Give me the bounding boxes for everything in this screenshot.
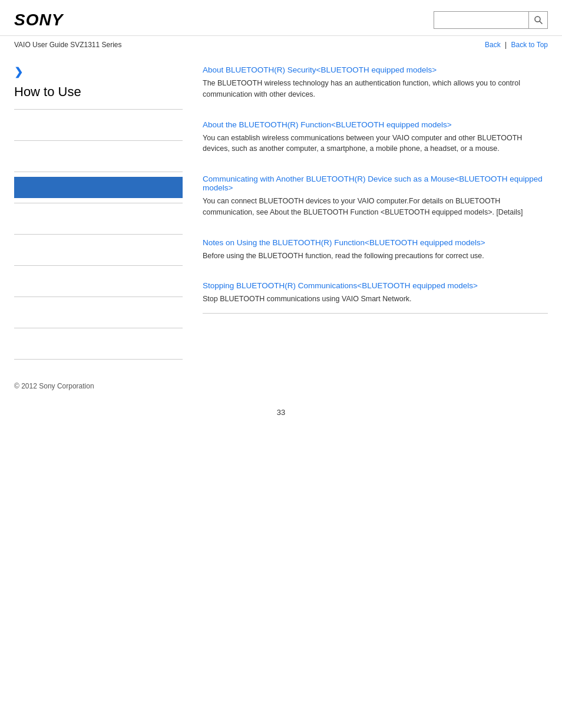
sidebar-divider-5 xyxy=(14,234,183,235)
section-4-title[interactable]: Notes on Using the BLUETOOTH(R) Function… xyxy=(203,238,548,247)
sidebar-item-8[interactable] xyxy=(14,333,183,354)
footer: © 2012 Sony Corporation xyxy=(0,364,562,396)
section-5-body: Stop BLUETOOTH communications using VAIO… xyxy=(203,294,548,305)
sidebar-item-5[interactable] xyxy=(14,239,183,261)
svg-point-0 xyxy=(535,17,540,22)
section-4-body: Before using the BLUETOOTH function, rea… xyxy=(203,251,548,262)
sidebar-divider-7 xyxy=(14,297,183,297)
copyright-text: © 2012 Sony Corporation xyxy=(14,382,94,390)
section-3-title[interactable]: Communicating with Another BLUETOOTH(R) … xyxy=(203,174,548,192)
sidebar-divider-4 xyxy=(14,203,183,203)
guide-title: VAIO User Guide SVZ1311 Series xyxy=(14,41,122,49)
sidebar: ❯ How to Use xyxy=(14,54,197,364)
content-section-3: Communicating with Another BLUETOOTH(R) … xyxy=(203,174,548,226)
sidebar-section-title: How to Use xyxy=(14,84,183,100)
sony-logo: SONY xyxy=(14,11,63,29)
sidebar-item-7[interactable] xyxy=(14,302,183,323)
section-2-title[interactable]: About the BLUETOOTH(R) Function<BLUETOOT… xyxy=(203,120,548,129)
sidebar-divider-9 xyxy=(14,359,183,360)
content-area: About BLUETOOTH(R) Security<BLUETOOTH eq… xyxy=(197,54,548,364)
content-section-5: Stopping BLUETOOTH(R) Communications<BLU… xyxy=(203,281,548,314)
section-1-title[interactable]: About BLUETOOTH(R) Security<BLUETOOTH eq… xyxy=(203,65,548,74)
header: SONY xyxy=(0,0,562,36)
search-icon xyxy=(534,15,543,25)
search-button[interactable] xyxy=(528,12,547,28)
sidebar-divider-1 xyxy=(14,109,183,110)
search-box xyxy=(434,11,548,29)
back-to-top-link[interactable]: Back to Top xyxy=(511,41,548,49)
svg-line-1 xyxy=(540,21,543,24)
content-section-2: About the BLUETOOTH(R) Function<BLUETOOT… xyxy=(203,120,548,163)
content-section-4: Notes on Using the BLUETOOTH(R) Function… xyxy=(203,238,548,270)
sidebar-divider-8 xyxy=(14,328,183,328)
main-layout: ❯ How to Use About BLUETOOTH(R) Security… xyxy=(0,54,562,364)
section-5-title[interactable]: Stopping BLUETOOTH(R) Communications<BLU… xyxy=(203,281,548,290)
sidebar-divider-3 xyxy=(14,172,183,172)
sidebar-divider-6 xyxy=(14,265,183,266)
sidebar-item-active[interactable] xyxy=(14,177,183,198)
subheader-nav: Back | Back to Top xyxy=(485,41,548,49)
sidebar-item-4[interactable] xyxy=(14,208,183,229)
sidebar-item-1[interactable] xyxy=(14,114,183,136)
search-input[interactable] xyxy=(434,12,528,28)
page-number: 33 xyxy=(0,396,562,423)
section-2-body: You can establish wireless communication… xyxy=(203,133,548,155)
subheader: VAIO User Guide SVZ1311 Series Back | Ba… xyxy=(0,36,562,54)
section-1-body: The BLUETOOTH wireless technology has an… xyxy=(203,78,548,100)
sidebar-chevron-icon: ❯ xyxy=(14,65,183,78)
back-link[interactable]: Back xyxy=(485,41,501,49)
sidebar-divider-2 xyxy=(14,140,183,141)
content-section-1: About BLUETOOTH(R) Security<BLUETOOTH eq… xyxy=(203,65,548,108)
sidebar-item-2[interactable] xyxy=(14,146,183,167)
section-3-body: You can connect BLUETOOTH devices to you… xyxy=(203,196,548,218)
nav-separator: | xyxy=(505,41,507,49)
sidebar-item-6[interactable] xyxy=(14,271,183,292)
